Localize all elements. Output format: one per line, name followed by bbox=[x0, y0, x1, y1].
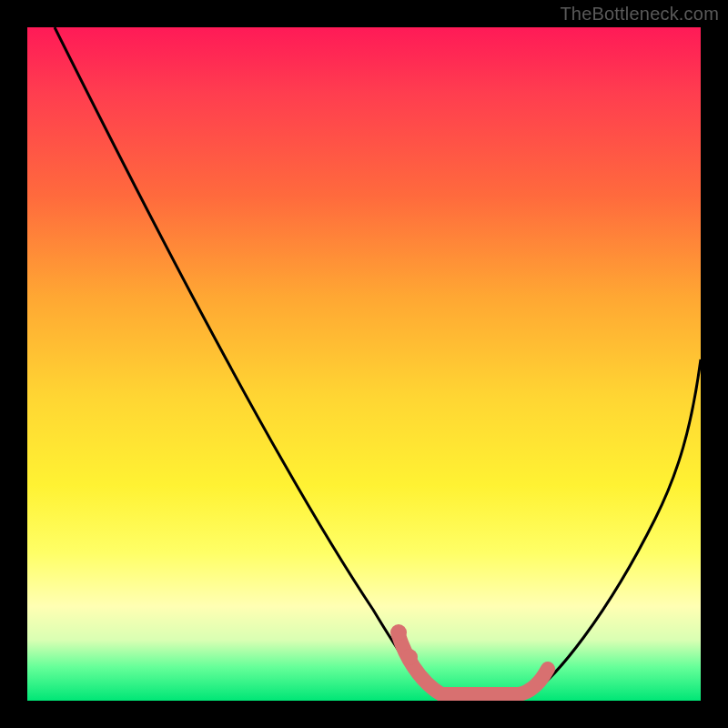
highlight-dot-upper bbox=[390, 624, 407, 641]
chart-plot-area bbox=[27, 27, 701, 701]
highlight-dot-lower bbox=[401, 649, 418, 665]
chart-svg bbox=[27, 27, 701, 701]
highlight-band bbox=[399, 635, 548, 694]
watermark-text: TheBottleneck.com bbox=[560, 4, 719, 25]
curve-right bbox=[523, 359, 701, 699]
chart-frame: TheBottleneck.com bbox=[0, 0, 728, 728]
curve-left bbox=[55, 27, 441, 699]
